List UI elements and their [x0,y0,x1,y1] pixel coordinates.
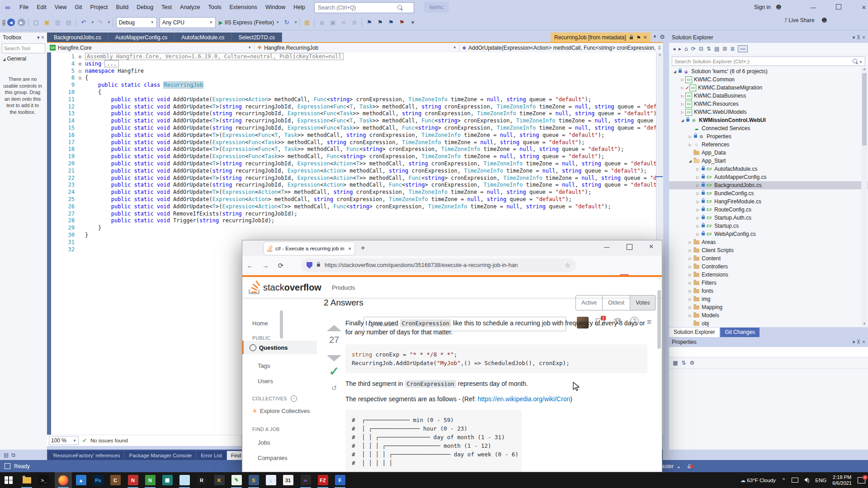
menu-build[interactable]: Build [112,4,132,10]
clock[interactable]: 2:18 PM 6/6/2021 [832,474,852,486]
code-line[interactable]: public static void AddOrUpdate<T>(string… [85,160,656,168]
code-text[interactable]: Assembly Hangfire.Core, Version=1.6.19.0… [85,53,656,239]
configuration-select[interactable]: Debug▼ [116,17,157,28]
keys-app-icon[interactable]: K [211,472,228,488]
se-view-code-icon[interactable]: ≣ [730,46,735,52]
redo-icon[interactable]: ↷ [95,18,105,28]
tree-item-app_start[interactable]: ◢App_Start [669,157,868,165]
se-properties-icon[interactable]: ⊞ [722,46,727,52]
code-line[interactable]: public static void AddOrUpdate(string re… [85,110,656,117]
tree-expander-icon[interactable]: ▷ [687,314,693,318]
code-line[interactable]: public static void AddOrUpdate<T>(string… [85,175,656,182]
platform-select[interactable]: Any CPU▼ [160,17,216,28]
tree-item-references[interactable]: ▷⁘References [669,141,868,149]
code-line[interactable]: public static void AddOrUpdate(string re… [85,168,656,175]
output-tab-0[interactable]: 'ResourceFactory' references [48,451,124,460]
tree-item-controllers[interactable]: ▷Controllers [669,263,868,271]
browser-link-icon[interactable]: ▣ [328,18,338,28]
tree-item-properties[interactable]: ▷⚙Properties [669,132,868,141]
tree-item-autofacmodule-cs[interactable]: ▷C#AutofacModule.cs [669,165,868,173]
code-line[interactable]: public static void AddOrUpdate<T>(Expres… [85,203,656,211]
tree-item-solution-kwmc-6-of-6-projects-[interactable]: ◢⬙Solution 'kwmc' (6 of 6 projects) [669,67,868,75]
browser-tab[interactable]: c# - Execute a recurring job in H × [264,242,354,255]
run-button[interactable]: ▶IIS Express (Firefox)▼ [219,19,280,26]
code-line[interactable]: public static void AddOrUpdate<T>(string… [85,117,656,125]
code-line[interactable]: public static void AddOrUpdate(Expressio… [85,196,656,203]
tree-expander-icon[interactable]: ▷ [687,143,693,147]
nav-forward-icon[interactable]: ▶ [18,19,25,26]
tree-expander-icon[interactable]: ▷ [695,232,701,236]
panel-tab-solution-explorer[interactable]: Solution Explorer [669,328,719,337]
menu-extensions[interactable]: Extensions [226,4,261,10]
se-collapse-all-icon[interactable]: ⊟ [699,46,703,52]
indent-icon[interactable]: ≣ [349,18,359,28]
se-forward-icon[interactable]: ▸ [679,46,681,52]
code-line[interactable]: public static void AddOrUpdate(Expressio… [85,153,656,160]
firefox-icon[interactable] [55,472,72,488]
se-back-icon[interactable]: ◂ [673,46,675,52]
panel-icon-2[interactable]: ⧉ [11,452,15,458]
tree-expander-icon[interactable]: ▷ [687,289,693,293]
properties-pin-close-icons[interactable]: ▾ ⊼ × [853,337,865,347]
tab-list-chevron-icon[interactable]: ▼ [653,34,657,39]
bookmark-next-icon[interactable]: ⚑ [386,18,396,28]
menu-tools[interactable]: Tools [204,4,226,10]
tab-close-icon[interactable]: × [644,33,647,43]
menu-edit[interactable]: Edit [33,4,51,10]
save-icon[interactable]: ▥ [53,18,63,28]
tree-item-kwmc-webuimodels[interactable]: ▷C#KWMC.WebUIModels [669,108,868,116]
code-line[interactable]: public static void RemoveIfExists(string… [85,211,656,218]
browser-tab-close-icon[interactable]: × [348,246,351,251]
tree-expander-icon[interactable]: ▷ [695,192,701,196]
menu-git[interactable]: Git [71,4,86,10]
notepad-green-icon[interactable]: N [142,472,159,488]
preview-tab-recurringjob[interactable]: RecurringJob [from metadata] ⚑ × [551,33,651,43]
terminal-icon[interactable]: >_ [35,472,52,488]
tree-expander-icon[interactable]: ▷ [687,305,693,310]
network-icon[interactable] [792,478,798,483]
tree-item-routeconfig-cs[interactable]: ▷C#RouteConfig.cs [669,206,868,214]
fold-markers[interactable]: ⊞ ⊞ ⊟ ⊟ [77,53,83,82]
ssms-icon[interactable]: S [245,472,262,488]
tab-automapperconfig-cs[interactable]: AutoMapperConfig.cs [108,33,175,43]
code-line[interactable]: public static void AddOrUpdate(string re… [85,125,656,132]
forward-icon[interactable]: → [258,262,273,269]
solution-tree-scrollbar[interactable]: ▲ ▼ [861,67,868,326]
sticky-notes-icon[interactable] [176,472,193,488]
sort-button-oldest[interactable]: Oldest [603,295,630,310]
tree-expander-icon[interactable]: ▷ [687,249,693,253]
info-icon[interactable]: i [291,395,297,402]
tree-expander-icon[interactable]: ▷ [687,240,693,244]
tree-expander-icon[interactable]: ▷ [687,281,693,285]
tree-item-mapping[interactable]: ▷Mapping [669,303,868,311]
se-sync-icon[interactable]: ⇅ [707,46,711,52]
tree-item-obj[interactable]: obj [669,319,868,328]
bookmark-star-icon[interactable]: ☆ [565,262,571,269]
collapsed-usings[interactable]: ... [104,60,119,67]
stackoverflow-logo[interactable]: stackoverflow [249,281,321,294]
code-line[interactable]: using ... [85,61,656,68]
menu-help[interactable]: Help [289,4,309,10]
so-nav-companies[interactable]: Companies [242,451,317,465]
coffee-app-icon[interactable]: C [107,472,124,488]
menu-window[interactable]: Window [261,4,289,10]
add-item-icon[interactable]: ▦ [302,18,312,28]
so-nav-users[interactable]: Users [242,374,317,388]
tree-item-kwmc-databasemigration[interactable]: ▷✓C#KWMC.DatabaseMigration [669,84,868,92]
tree-item-app_data[interactable]: App_Data [669,149,868,157]
answer-history-icon[interactable]: ↺ [326,384,342,392]
visual-studio-icon[interactable]: ∞ [297,472,314,488]
tree-expander-icon[interactable]: ▷ [695,208,701,212]
so-nav-jobs[interactable]: Jobs [242,436,317,449]
tab-select2dto-cs[interactable]: Select2DTO.cs [232,33,282,43]
toolbar-overflow-icon[interactable]: ▾ [408,18,418,28]
gear-icon[interactable]: ⚙ [660,33,665,40]
code-line[interactable]: public static void AddOrUpdate<T>(string… [85,103,656,111]
tree-expander-icon[interactable]: ▷ [695,224,701,228]
tree-expander-icon[interactable]: ▷ [687,265,693,269]
tree-expander-icon[interactable]: ▷ [695,167,701,171]
tree-item-bundleconfig-cs[interactable]: ▷C#BundleConfig.cs [669,189,868,197]
tree-item-img[interactable]: ▷img [669,295,868,303]
browser-maximize-button[interactable] [627,244,632,250]
se-home-icon[interactable]: ⌂ [684,46,688,52]
